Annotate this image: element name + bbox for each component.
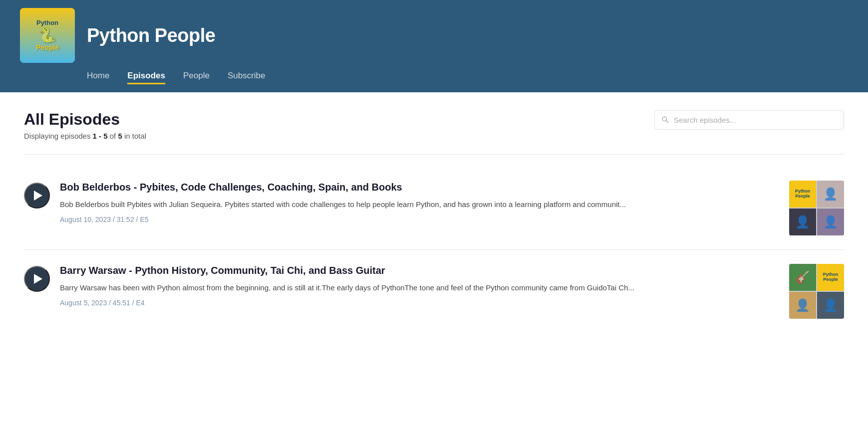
- episode-item: Bob Belderbos - Pybites, Code Challenges…: [24, 167, 844, 250]
- play-icon: [34, 274, 42, 284]
- page-title-section: All Episodes Displaying episodes 1 - 5 o…: [24, 110, 146, 140]
- episode-title-ep4[interactable]: Barry Warsaw - Python History, Community…: [60, 264, 779, 277]
- episode-desc-ep5: Bob Belderbos built Pybites with Julian …: [60, 199, 779, 211]
- episode-num-ep4: E4: [136, 299, 145, 307]
- thumb-cell-photo2: 👤: [789, 209, 816, 235]
- page-subtitle: Displaying episodes 1 - 5 of 5 in total: [24, 132, 146, 140]
- search-input[interactable]: [654, 110, 844, 130]
- episode-item: Barry Warsaw - Python History, Community…: [24, 250, 844, 333]
- page-header: All Episodes Displaying episodes 1 - 5 o…: [24, 110, 844, 140]
- header-divider: [24, 154, 844, 155]
- thumb-cell-b-photo1: 👤: [789, 292, 816, 319]
- nav-episodes[interactable]: Episodes: [127, 71, 165, 84]
- episode-date-ep5: August 10, 2023: [60, 215, 111, 223]
- thumb-cell-photo1: 👤: [817, 181, 844, 208]
- thumb-cell-b-person: 🎸: [789, 264, 816, 291]
- nav-subscribe[interactable]: Subscribe: [228, 71, 266, 84]
- episode-thumbnail-ep4[interactable]: 🎸 PythonPeople 👤 👤: [789, 264, 844, 319]
- episode-title-ep5[interactable]: Bob Belderbos - Pybites, Code Challenges…: [60, 181, 779, 194]
- subtitle-suffix: in total: [122, 132, 146, 140]
- page-title: All Episodes: [24, 110, 146, 129]
- header-top: Python 🐍 People Python People: [20, 8, 848, 63]
- episode-desc-ep4: Barry Warsaw has been with Python almost…: [60, 282, 779, 294]
- subtitle-prefix: Displaying episodes: [24, 132, 93, 140]
- episode-duration-ep4: 45:51: [113, 299, 130, 307]
- meta-sep1: /: [113, 215, 117, 223]
- main-nav: Home Episodes People Subscribe: [87, 71, 848, 84]
- nav-people[interactable]: People: [183, 71, 210, 84]
- episode-date-ep4: August 5, 2023: [60, 299, 107, 307]
- site-title: Python People: [87, 25, 215, 46]
- episode-list: Bob Belderbos - Pybites, Code Challenges…: [24, 167, 844, 333]
- episode-num-ep5: E5: [140, 215, 148, 223]
- thumb-cell-b-logo: PythonPeople: [817, 264, 844, 291]
- episode-duration-ep5: 31:52: [117, 215, 134, 223]
- site-header: Python 🐍 People Python People Home Episo…: [0, 0, 868, 92]
- svg-line-1: [666, 120, 668, 122]
- python-snake-icon: 🐍: [39, 27, 56, 43]
- play-icon: [34, 191, 42, 201]
- subtitle-middle: of: [108, 132, 118, 140]
- subtitle-range: 1 - 5: [93, 132, 108, 140]
- play-button-ep4[interactable]: [24, 266, 50, 292]
- subtitle-total: 5: [118, 132, 122, 140]
- logo-text-bottom: People: [36, 43, 59, 51]
- episode-content-ep4: Barry Warsaw - Python History, Community…: [60, 264, 779, 307]
- meta-sep3: /: [109, 299, 113, 307]
- main-content: All Episodes Displaying episodes 1 - 5 o…: [0, 92, 868, 429]
- search-icon: [661, 116, 669, 125]
- meta-sep4: /: [132, 299, 136, 307]
- episode-thumbnail-ep5[interactable]: PythonPeople 👤 👤 👤: [789, 181, 844, 235]
- search-container: [654, 110, 844, 130]
- episode-meta-ep5: August 10, 2023 / 31:52 / E5: [60, 215, 779, 223]
- nav-home[interactable]: Home: [87, 71, 109, 84]
- thumb-cell-b-photo2: 👤: [817, 292, 844, 319]
- thumb-cell-photo3: 👤: [817, 209, 844, 235]
- logo-text-top: Python: [36, 19, 58, 26]
- site-logo[interactable]: Python 🐍 People: [20, 8, 75, 63]
- episode-meta-ep4: August 5, 2023 / 45:51 / E4: [60, 299, 779, 307]
- episode-content-ep5: Bob Belderbos - Pybites, Code Challenges…: [60, 181, 779, 223]
- thumb-cell-logo: PythonPeople: [789, 181, 816, 208]
- play-button-ep5[interactable]: [24, 183, 50, 209]
